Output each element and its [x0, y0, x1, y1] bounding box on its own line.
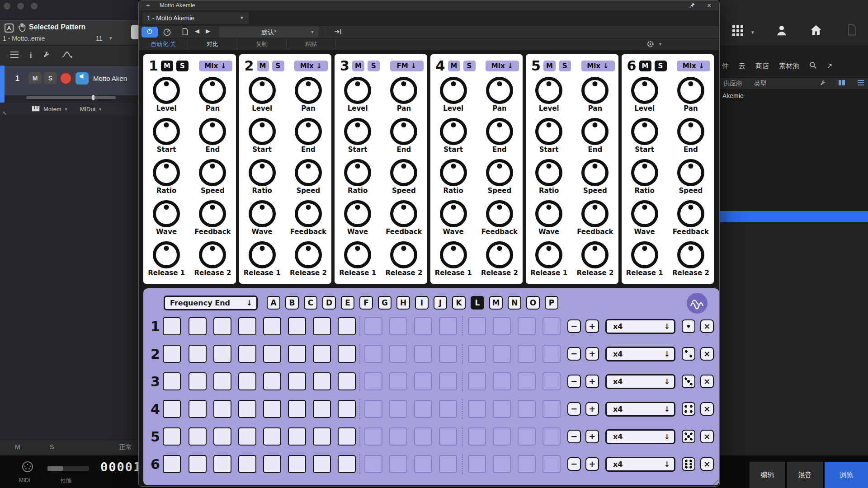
knob-speed[interactable]	[390, 159, 417, 186]
step-button[interactable]	[439, 372, 457, 390]
track-list-menu-icon[interactable]	[10, 51, 19, 60]
knob-ratio[interactable]	[440, 159, 467, 186]
close-window-button[interactable]	[4, 3, 10, 9]
knob-ratio[interactable]	[344, 159, 371, 186]
step-button[interactable]	[189, 455, 207, 473]
wrench-icon[interactable]	[42, 51, 51, 61]
edit-view-button[interactable]: 编辑	[750, 462, 785, 488]
step-button[interactable]	[468, 427, 486, 446]
track-mute-button[interactable]: M	[28, 72, 42, 84]
step-button[interactable]	[163, 372, 181, 390]
filter-wrench-icon[interactable]	[820, 80, 826, 88]
step-button[interactable]	[263, 455, 281, 473]
gear-icon[interactable]	[646, 40, 654, 50]
channel-mute-button[interactable]: M	[352, 61, 364, 71]
row-clear-button[interactable]: ×	[700, 402, 714, 416]
browse-view-button[interactable]: 浏览	[825, 462, 868, 488]
knob-feedback[interactable]	[199, 200, 226, 227]
tab-pool[interactable]: 素材池	[779, 62, 799, 70]
step-button[interactable]	[493, 317, 511, 335]
selected-list-item[interactable]	[720, 211, 868, 222]
knob-release-2[interactable]	[390, 241, 417, 268]
knob-wave[interactable]	[344, 200, 371, 227]
knob-wave[interactable]	[631, 200, 658, 227]
knob-level[interactable]	[249, 77, 276, 104]
step-button[interactable]	[263, 427, 281, 446]
step-button[interactable]	[389, 317, 407, 335]
step-button[interactable]	[542, 400, 561, 418]
track-solo-button[interactable]: S	[44, 72, 57, 84]
knob-release-1[interactable]	[153, 241, 180, 268]
knob-pan[interactable]	[199, 77, 226, 104]
step-button[interactable]	[288, 372, 306, 390]
compare-button[interactable]: 对比	[188, 38, 237, 50]
add-tab-icon[interactable]: +	[146, 0, 150, 10]
channel-mute-button[interactable]: M	[639, 61, 651, 71]
step-button[interactable]	[468, 317, 486, 335]
step-button[interactable]	[288, 455, 306, 473]
knob-speed[interactable]	[677, 159, 704, 186]
step-button[interactable]	[213, 400, 231, 418]
selected-pattern-name[interactable]: 1 - Motto..emie	[3, 35, 45, 42]
step-button[interactable]	[439, 400, 457, 418]
step-button[interactable]	[414, 400, 432, 418]
step-button[interactable]	[518, 317, 536, 335]
channel-mode-dropdown[interactable]: FM↓	[390, 61, 424, 71]
knob-start[interactable]	[249, 118, 276, 145]
step-button[interactable]	[518, 372, 536, 390]
step-button[interactable]	[313, 345, 331, 363]
step-button[interactable]	[238, 317, 256, 335]
row-plus-button[interactable]: +	[585, 375, 599, 388]
knob-end[interactable]	[677, 118, 704, 145]
channel-mode-dropdown[interactable]: Mix↓	[581, 61, 615, 71]
plugin-titlebar[interactable]: + Motto Akemie ×	[139, 0, 719, 10]
step-button[interactable]	[542, 372, 561, 390]
dice-icon[interactable]	[682, 402, 695, 416]
step-button[interactable]	[313, 400, 331, 418]
step-button[interactable]	[364, 345, 382, 363]
footer-mute[interactable]: M	[15, 443, 20, 450]
knob-feedback[interactable]	[677, 200, 704, 227]
step-button[interactable]	[439, 427, 457, 446]
row-repeat-dropdown[interactable]: x4↓	[605, 429, 675, 444]
row-clear-button[interactable]: ×	[700, 430, 714, 443]
pattern-slot-E[interactable]: E	[341, 296, 354, 310]
step-button[interactable]	[213, 372, 231, 390]
home-icon[interactable]	[809, 23, 823, 39]
row-plus-button[interactable]: +	[585, 402, 599, 416]
step-button[interactable]	[263, 400, 281, 418]
step-button[interactable]	[189, 427, 207, 446]
pattern-slot-O[interactable]: O	[526, 296, 540, 310]
knob-feedback[interactable]	[581, 200, 609, 227]
step-button[interactable]	[288, 400, 306, 418]
step-button[interactable]	[313, 372, 331, 390]
step-button[interactable]	[238, 345, 256, 363]
pattern-slot-G[interactable]: G	[378, 296, 392, 310]
midi-output-selector[interactable]: MIDut	[80, 106, 96, 113]
document-icon[interactable]	[845, 23, 858, 38]
tab-files[interactable]: 件	[722, 62, 729, 70]
row-clear-button[interactable]: ×	[700, 347, 714, 361]
pattern-slot-N[interactable]: N	[508, 296, 521, 310]
channel-solo-button[interactable]: S	[655, 61, 667, 71]
step-button[interactable]	[542, 427, 561, 446]
step-button[interactable]	[518, 345, 536, 363]
knob-pan[interactable]	[390, 77, 417, 104]
step-button[interactable]	[389, 372, 407, 390]
knob-level[interactable]	[344, 77, 371, 104]
row-plus-button[interactable]: +	[585, 430, 599, 443]
channel-solo-button[interactable]: S	[272, 61, 284, 71]
dice-icon[interactable]	[682, 430, 695, 443]
step-button[interactable]	[364, 400, 382, 418]
row-repeat-dropdown[interactable]: x4↓	[605, 457, 675, 472]
step-button[interactable]	[542, 345, 561, 363]
automation-curve-icon[interactable]	[61, 51, 73, 61]
knob-pan[interactable]	[677, 77, 704, 104]
tab-cloud[interactable]: 云	[739, 62, 745, 70]
row-minus-button[interactable]: −	[567, 375, 581, 388]
pattern-slot-K[interactable]: K	[452, 296, 466, 310]
step-button[interactable]	[542, 317, 561, 335]
step-button[interactable]	[163, 317, 181, 335]
parameter-dropdown[interactable]: Frequency End ↓	[164, 296, 258, 310]
expand-arrow-icon[interactable]: ↗	[827, 62, 833, 70]
